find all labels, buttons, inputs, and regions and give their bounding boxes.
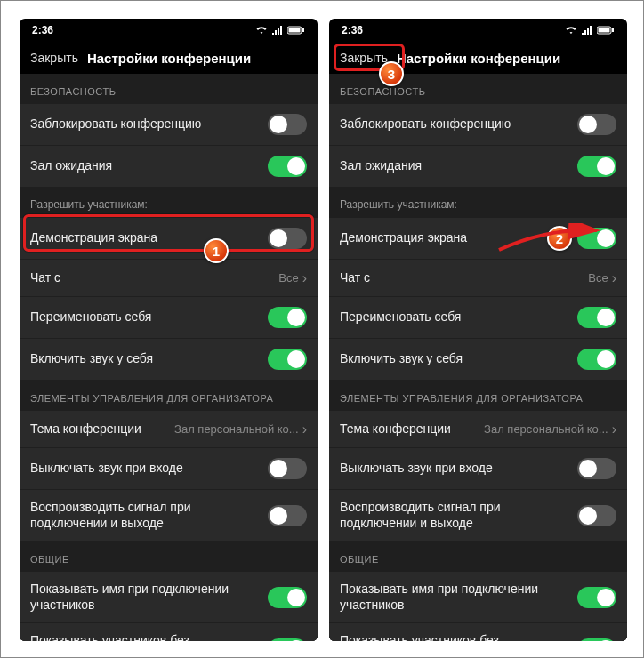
section-allow: Разрешить участникам:	[20, 188, 318, 218]
row-lock-conference[interactable]: Заблокировать конференцию	[329, 104, 627, 146]
section-security: БЕЗОПАСНОСТЬ	[20, 74, 318, 104]
row-label: Выключать звук при входе	[340, 461, 577, 477]
row-label: Включить звук у себя	[30, 351, 268, 367]
row-label: Выключать звук при входе	[30, 461, 268, 477]
row-mute-entry[interactable]: Выключать звук при входе	[329, 448, 627, 490]
status-bar: 2:36	[20, 19, 318, 42]
toggle-show-novideo[interactable]	[577, 638, 616, 642]
toggle-chime[interactable]	[268, 505, 307, 526]
status-time: 2:36	[342, 24, 363, 36]
row-waiting-room[interactable]: Зал ожидания	[20, 146, 318, 188]
status-icons	[565, 26, 615, 35]
status-bar: 2:36	[329, 19, 627, 42]
toggle-mute-entry[interactable]	[268, 458, 307, 479]
row-label: Показывать участников без видеоизображен…	[340, 633, 577, 641]
row-value: Все	[588, 271, 608, 285]
section-host: ЭЛЕМЕНТЫ УПРАВЛЕНИЯ ДЛЯ ОРГАНИЗАТОРА	[20, 381, 318, 411]
battery-icon	[597, 26, 615, 35]
section-host: ЭЛЕМЕНТЫ УПРАВЛЕНИЯ ДЛЯ ОРГАНИЗАТОРА	[329, 381, 627, 411]
close-button[interactable]: Закрыть	[340, 51, 388, 65]
svg-rect-4	[599, 28, 610, 33]
row-chat[interactable]: Чат с Все ›	[20, 260, 318, 297]
toggle-show-name[interactable]	[268, 587, 307, 608]
row-show-name[interactable]: Показывать имя при подключении участнико…	[20, 572, 318, 623]
row-waiting-room[interactable]: Зал ожидания	[329, 146, 627, 188]
toggle-unmute[interactable]	[268, 349, 307, 370]
annotation-badge-1: 1	[204, 238, 229, 263]
row-lock-conference[interactable]: Заблокировать конференцию	[20, 104, 318, 146]
row-chat[interactable]: Чат с Все ›	[329, 260, 627, 297]
row-label: Показывать имя при подключении участнико…	[340, 582, 577, 613]
signal-icon	[271, 26, 284, 35]
svg-rect-5	[612, 28, 614, 32]
toggle-waiting[interactable]	[268, 156, 307, 177]
toggle-chime[interactable]	[577, 505, 616, 526]
row-label: Показывать участников без видеоизображен…	[30, 633, 268, 641]
toggle-lock[interactable]	[268, 114, 307, 135]
header: Закрыть Настройки конференции	[329, 42, 627, 74]
annotation-badge-2: 2	[547, 226, 572, 251]
row-label: Переименовать себя	[30, 309, 268, 325]
toggle-show-name[interactable]	[577, 587, 616, 608]
page-title: Настройки конференции	[397, 51, 560, 66]
row-show-name[interactable]: Показывать имя при подключении участнико…	[329, 572, 627, 623]
row-screen-share[interactable]: Демонстрация экрана	[20, 218, 318, 260]
row-label: Включить звук у себя	[340, 351, 577, 367]
row-topic[interactable]: Тема конференции Зал персональной ко... …	[20, 411, 318, 448]
toggle-rename[interactable]	[268, 307, 307, 328]
row-value: Все	[278, 271, 298, 285]
toggle-screen-share[interactable]	[577, 228, 616, 249]
row-show-novideo[interactable]: Показывать участников без видеоизображен…	[20, 623, 318, 641]
settings-list: БЕЗОПАСНОСТЬ Заблокировать конференцию З…	[20, 74, 318, 641]
row-mute-entry[interactable]: Выключать звук при входе	[20, 448, 318, 490]
toggle-lock[interactable]	[577, 114, 616, 135]
toggle-show-novideo[interactable]	[268, 638, 307, 642]
section-security: БЕЗОПАСНОСТЬ	[329, 74, 627, 104]
row-label: Показывать имя при подключении участнико…	[30, 582, 268, 613]
annotation-badge-3: 3	[379, 61, 404, 86]
row-screen-share[interactable]: Демонстрация экрана	[329, 218, 627, 260]
header: Закрыть Настройки конференции	[20, 42, 318, 74]
svg-rect-1	[289, 28, 301, 33]
status-icons	[255, 26, 305, 35]
page-title: Настройки конференции	[87, 51, 251, 66]
row-rename[interactable]: Переименовать себя	[20, 297, 318, 339]
row-value: Зал персональной ко...	[174, 422, 299, 436]
row-label: Тема конференции	[30, 421, 174, 437]
row-label: Тема конференции	[340, 421, 484, 437]
chevron-right-icon: ›	[612, 270, 616, 286]
toggle-waiting[interactable]	[577, 156, 616, 177]
row-label: Зал ожидания	[30, 158, 268, 174]
section-general: ОБЩИЕ	[20, 542, 318, 572]
chevron-right-icon: ›	[302, 421, 307, 437]
row-label: Заблокировать конференцию	[340, 116, 577, 132]
battery-icon	[287, 26, 305, 35]
wifi-icon	[255, 26, 268, 35]
section-general: ОБЩИЕ	[329, 542, 627, 572]
toggle-rename[interactable]	[577, 307, 616, 328]
row-show-novideo[interactable]: Показывать участников без видеоизображен…	[329, 623, 627, 641]
row-value: Зал персональной ко...	[484, 422, 608, 436]
row-chime[interactable]: Воспроизводить сигнал при подключении и …	[20, 490, 318, 542]
row-unmute[interactable]: Включить звук у себя	[20, 339, 318, 381]
row-label: Воспроизводить сигнал при подключении и …	[340, 500, 577, 531]
chevron-right-icon: ›	[612, 421, 616, 437]
signal-icon	[581, 26, 593, 35]
row-unmute[interactable]: Включить звук у себя	[329, 339, 627, 381]
row-label: Чат с	[30, 270, 278, 286]
row-chime[interactable]: Воспроизводить сигнал при подключении и …	[329, 490, 627, 542]
toggle-unmute[interactable]	[577, 349, 616, 370]
toggle-screen-share[interactable]	[268, 228, 307, 249]
chevron-right-icon: ›	[302, 270, 307, 286]
wifi-icon	[565, 26, 577, 35]
status-time: 2:36	[32, 24, 53, 36]
row-label: Зал ожидания	[340, 158, 577, 174]
settings-list: БЕЗОПАСНОСТЬ Заблокировать конференцию З…	[329, 74, 627, 641]
row-label: Чат с	[340, 270, 588, 286]
row-topic[interactable]: Тема конференции Зал персональной ко... …	[329, 411, 627, 448]
row-label: Демонстрация экрана	[30, 230, 268, 246]
toggle-mute-entry[interactable]	[577, 458, 616, 479]
row-label: Демонстрация экрана	[340, 230, 577, 246]
row-rename[interactable]: Переименовать себя	[329, 297, 627, 339]
close-button[interactable]: Закрыть	[30, 51, 78, 65]
